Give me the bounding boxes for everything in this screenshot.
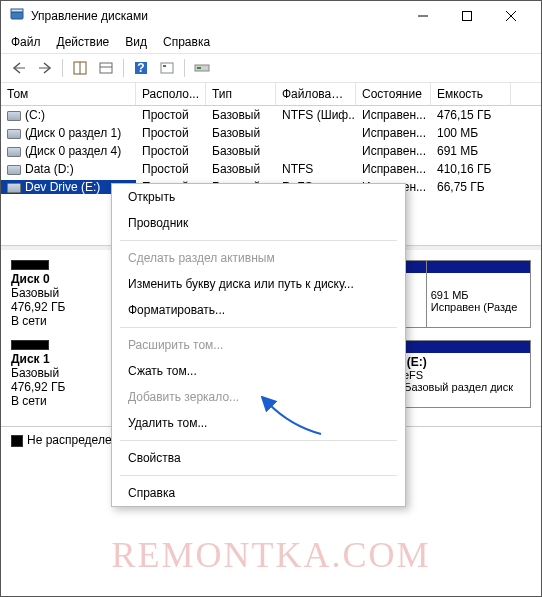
context-menu-item: Сделать раздел активным xyxy=(112,245,405,271)
disk-name: Диск 1 xyxy=(11,352,50,366)
window-title: Управление дисками xyxy=(31,9,401,23)
context-menu-item[interactable]: Проводник xyxy=(112,210,405,236)
svg-rect-3 xyxy=(463,12,472,21)
close-button[interactable] xyxy=(489,1,533,31)
toolbar-btn-4[interactable] xyxy=(190,57,214,79)
context-menu-item[interactable]: Свойства xyxy=(112,445,405,471)
app-icon xyxy=(9,7,25,26)
volume-icon xyxy=(7,165,21,175)
context-menu[interactable]: ОткрытьПроводникСделать раздел активнымИ… xyxy=(111,183,406,507)
menu-help[interactable]: Справка xyxy=(163,35,210,49)
table-row[interactable]: Data (D:)ПростойБазовыйNTFSИсправен...41… xyxy=(1,160,541,178)
context-menu-item: Добавить зеркало... xyxy=(112,384,405,410)
volume-icon xyxy=(7,183,21,193)
col-volume[interactable]: Том xyxy=(1,83,136,105)
volume-icon xyxy=(7,147,21,157)
menu-view[interactable]: Вид xyxy=(125,35,147,49)
table-row[interactable]: (Диск 0 раздел 4)ПростойБазовыйИсправен.… xyxy=(1,142,541,160)
toolbar-btn-2[interactable] xyxy=(94,57,118,79)
table-row[interactable]: (C:)ПростойБазовыйNTFS (Шиф...Исправен..… xyxy=(1,106,541,124)
table-header: Том Располо... Тип Файловая с... Состоян… xyxy=(1,83,541,106)
help-icon[interactable]: ? xyxy=(129,57,153,79)
svg-rect-17 xyxy=(197,67,201,69)
col-type[interactable]: Тип xyxy=(206,83,276,105)
context-menu-item[interactable]: Сжать том... xyxy=(112,358,405,384)
disk-name: Диск 0 xyxy=(11,272,50,286)
context-menu-item[interactable]: Открыть xyxy=(112,184,405,210)
volume-icon xyxy=(7,111,21,121)
titlebar: Управление дисками xyxy=(1,1,541,31)
partition[interactable]: 691 МБИсправен (Разде xyxy=(427,261,530,327)
menubar: Файл Действие Вид Справка xyxy=(1,31,541,53)
toolbar-btn-1[interactable] xyxy=(68,57,92,79)
svg-rect-1 xyxy=(11,9,23,12)
context-menu-item[interactable]: Удалить том... xyxy=(112,410,405,436)
col-status[interactable]: Состояние xyxy=(356,83,431,105)
toolbar-btn-3[interactable] xyxy=(155,57,179,79)
context-menu-item[interactable]: Форматировать... xyxy=(112,297,405,323)
svg-rect-14 xyxy=(161,63,173,73)
menu-action[interactable]: Действие xyxy=(57,35,110,49)
col-capacity[interactable]: Емкость xyxy=(431,83,511,105)
back-button[interactable] xyxy=(7,57,31,79)
context-menu-item[interactable]: Изменить букву диска или путь к диску... xyxy=(112,271,405,297)
col-fs[interactable]: Файловая с... xyxy=(276,83,356,105)
svg-rect-0 xyxy=(11,12,23,19)
volume-icon xyxy=(7,129,21,139)
minimize-button[interactable] xyxy=(401,1,445,31)
svg-rect-15 xyxy=(163,65,166,67)
svg-text:?: ? xyxy=(137,61,144,75)
col-layout[interactable]: Располо... xyxy=(136,83,206,105)
forward-button[interactable] xyxy=(33,57,57,79)
table-row[interactable]: (Диск 0 раздел 1)ПростойБазовыйИсправен.… xyxy=(1,124,541,142)
menu-file[interactable]: Файл xyxy=(11,35,41,49)
maximize-button[interactable] xyxy=(445,1,489,31)
toolbar: ? xyxy=(1,53,541,83)
watermark: REMONTKA.COM xyxy=(1,534,541,576)
context-menu-item[interactable]: Справка xyxy=(112,480,405,506)
context-menu-item: Расширить том... xyxy=(112,332,405,358)
svg-rect-10 xyxy=(100,63,112,73)
